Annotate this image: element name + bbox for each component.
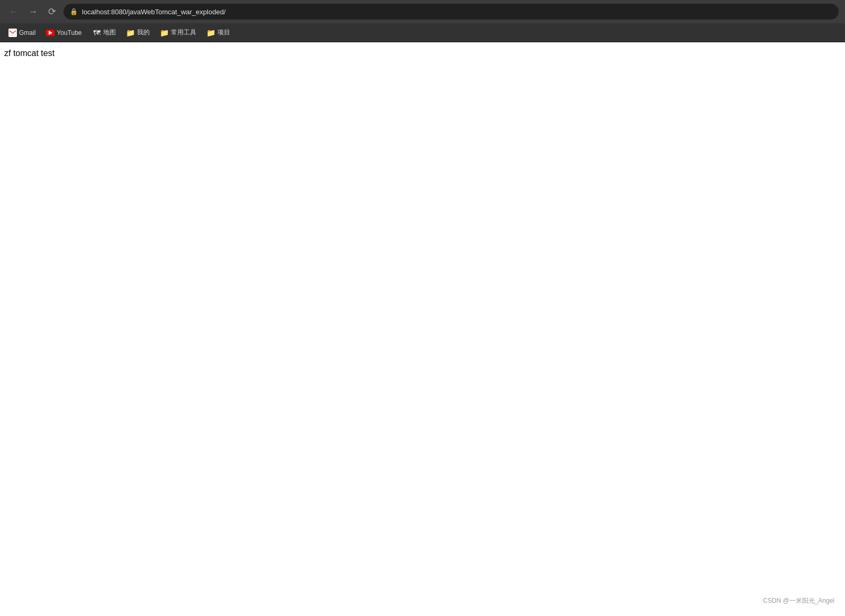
bookmark-youtube[interactable]: YouTube	[42, 27, 86, 39]
page-main-text: zf tomcat test	[4, 49, 841, 58]
forward-button[interactable]: →	[25, 4, 40, 19]
folder-tools-icon: 📁	[160, 29, 169, 37]
address-bar[interactable]: 🔒 localhost:8080/javaWebTomcat_war_explo…	[63, 4, 839, 20]
watermark: CSDN @一米阳光_Angel	[763, 596, 834, 605]
page-content: zf tomcat test	[0, 42, 845, 613]
browser-chrome: ← → ⟳ 🔒 localhost:8080/javaWebTomcat_war…	[0, 0, 845, 42]
nav-bar: ← → ⟳ 🔒 localhost:8080/javaWebTomcat_war…	[0, 0, 845, 23]
folder-mine-icon: 📁	[126, 29, 135, 37]
bookmarks-bar: Gmail YouTube 🗺 地图 📁 我的 📁 常用工具	[0, 23, 845, 42]
gmail-icon	[8, 29, 17, 37]
projects-label: 项目	[217, 28, 230, 37]
back-button[interactable]: ←	[6, 4, 21, 19]
youtube-label: YouTube	[57, 29, 81, 36]
reload-button[interactable]: ⟳	[44, 4, 59, 19]
tools-label: 常用工具	[171, 28, 196, 37]
gmail-label: Gmail	[19, 29, 35, 36]
mine-label: 我的	[137, 28, 150, 37]
bookmark-gmail[interactable]: Gmail	[4, 27, 40, 39]
folder-projects-icon: 📁	[207, 29, 215, 37]
bookmark-mine[interactable]: 📁 我的	[122, 26, 154, 39]
address-text: localhost:8080/javaWebTomcat_war_explode…	[82, 8, 225, 16]
youtube-icon	[46, 29, 54, 37]
lock-icon: 🔒	[70, 8, 78, 15]
maps-label: 地图	[103, 28, 116, 37]
maps-icon: 🗺	[93, 29, 101, 37]
bookmark-maps[interactable]: 🗺 地图	[88, 26, 120, 39]
bookmark-tools[interactable]: 📁 常用工具	[156, 26, 201, 39]
url-text: localhost:8080/javaWebTomcat_war_explode…	[82, 8, 225, 16]
bookmark-projects[interactable]: 📁 项目	[203, 26, 234, 39]
